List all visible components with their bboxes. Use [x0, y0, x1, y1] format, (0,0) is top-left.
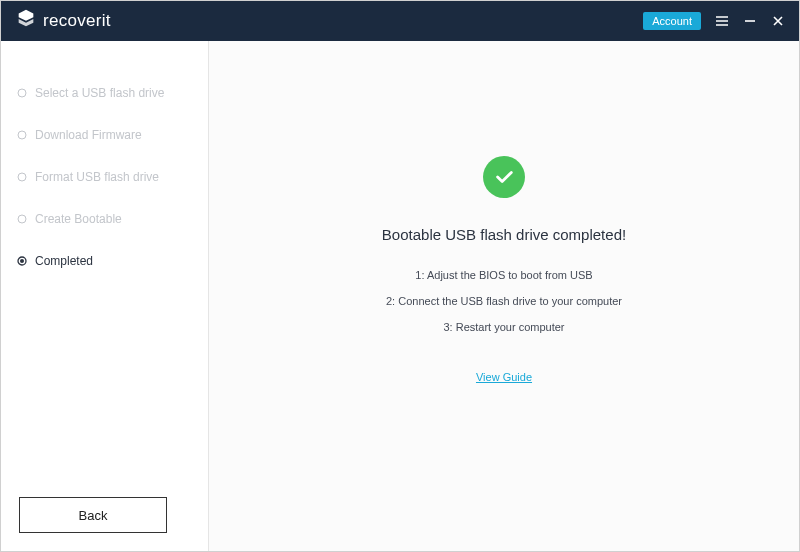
brand-logo-icon	[15, 8, 37, 34]
minimize-icon[interactable]	[743, 14, 757, 28]
radio-icon	[17, 214, 27, 224]
svg-point-3	[18, 215, 26, 223]
step-label: Completed	[35, 254, 93, 268]
radio-icon	[17, 172, 27, 182]
step-format-usb: Format USB flash drive	[17, 170, 208, 184]
sidebar: Select a USB flash drive Download Firmwa…	[1, 41, 209, 551]
title-bar: recoverit Account	[1, 1, 799, 41]
completion-headline: Bootable USB flash drive completed!	[382, 226, 626, 243]
step-completed: Completed	[17, 254, 208, 268]
step-create-bootable: Create Bootable	[17, 212, 208, 226]
account-button[interactable]: Account	[643, 12, 701, 30]
title-bar-controls: Account	[643, 12, 785, 30]
svg-point-5	[20, 259, 24, 263]
step-label: Download Firmware	[35, 128, 142, 142]
success-check-icon	[483, 156, 525, 198]
menu-icon[interactable]	[715, 14, 729, 28]
content-area: Select a USB flash drive Download Firmwa…	[1, 41, 799, 551]
step-list: Select a USB flash drive Download Firmwa…	[1, 86, 208, 268]
step-select-usb: Select a USB flash drive	[17, 86, 208, 100]
brand-name: recoverit	[43, 11, 111, 31]
svg-point-0	[18, 89, 26, 97]
svg-point-1	[18, 131, 26, 139]
instruction-item: 2: Connect the USB flash drive to your c…	[386, 295, 622, 307]
svg-point-2	[18, 173, 26, 181]
main-panel: Bootable USB flash drive completed! 1: A…	[209, 41, 799, 551]
step-label: Select a USB flash drive	[35, 86, 164, 100]
radio-icon	[17, 88, 27, 98]
instruction-list: 1: Adjust the BIOS to boot from USB 2: C…	[386, 269, 622, 333]
step-download-firmware: Download Firmware	[17, 128, 208, 142]
view-guide-link[interactable]: View Guide	[476, 371, 532, 383]
step-label: Format USB flash drive	[35, 170, 159, 184]
instruction-item: 1: Adjust the BIOS to boot from USB	[415, 269, 592, 281]
radio-icon	[17, 256, 27, 266]
close-icon[interactable]	[771, 14, 785, 28]
brand: recoverit	[15, 8, 111, 34]
radio-icon	[17, 130, 27, 140]
step-label: Create Bootable	[35, 212, 122, 226]
instruction-item: 3: Restart your computer	[443, 321, 564, 333]
back-button[interactable]: Back	[19, 497, 167, 533]
